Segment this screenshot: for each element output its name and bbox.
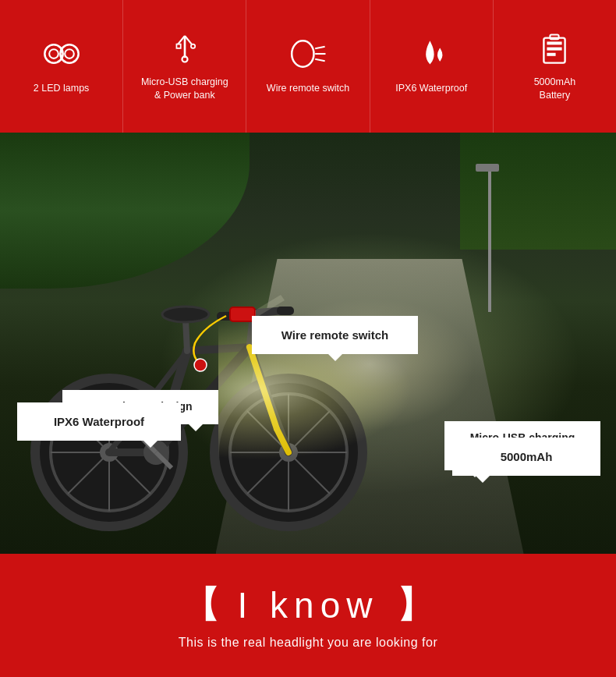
- led-icon: [42, 37, 81, 76]
- svg-rect-17: [547, 47, 562, 50]
- svg-line-6: [185, 36, 192, 44]
- annotation-battery: 5000mAh: [452, 438, 600, 476]
- street-lamp-head: [476, 164, 499, 172]
- main-section: Wire remote switch 2 LED lamps design Mi…: [0, 133, 616, 554]
- svg-line-5: [178, 36, 185, 44]
- svg-line-46: [186, 320, 187, 351]
- right-bracket: 】: [397, 581, 433, 629]
- feature-label-led: 2 LED lamps: [34, 82, 90, 96]
- feature-bar: 2 LED lamps Micro-USB charging& Power ba…: [0, 0, 616, 133]
- annotation-ipx6: IPX6 Waterproof: [17, 402, 181, 441]
- svg-line-34: [187, 347, 250, 351]
- feature-item-led: 2 LED lamps: [0, 0, 123, 133]
- svg-rect-45: [277, 307, 294, 315]
- svg-rect-18: [547, 52, 556, 55]
- banner-title-row: 【 I know 】: [183, 581, 434, 629]
- svg-point-8: [191, 44, 195, 48]
- annotation-wire-remote: Wire remote switch: [252, 316, 418, 354]
- svg-line-13: [315, 59, 325, 62]
- usb-icon: [165, 30, 204, 69]
- bottom-banner: 【 I know 】 This is the real headlight yo…: [0, 554, 616, 677]
- feature-item-waterproof: IPX6 Waterproof: [370, 0, 494, 133]
- svg-point-10: [292, 41, 313, 67]
- switch-icon: [289, 37, 327, 76]
- battery-icon: [535, 30, 574, 69]
- feature-label-usb: Micro-USB charging& Power bank: [141, 76, 228, 103]
- feature-item-switch: Wire remote switch: [246, 0, 370, 133]
- svg-point-49: [194, 359, 207, 371]
- banner-main-title: I know: [238, 584, 379, 626]
- svg-line-11: [315, 47, 325, 49]
- feature-label-waterproof: IPX6 Waterproof: [395, 82, 467, 96]
- svg-point-47: [162, 307, 209, 322]
- svg-rect-16: [547, 41, 562, 44]
- waterproof-icon: [412, 37, 451, 76]
- feature-label-switch: Wire remote switch: [267, 82, 349, 96]
- banner-subtitle: This is the real headlight you are looki…: [179, 636, 438, 650]
- left-bracket: 【: [183, 581, 219, 629]
- svg-rect-7: [176, 44, 180, 48]
- greenery-right: [460, 133, 616, 250]
- feature-item-battery: 5000mAhBattery: [494, 0, 616, 133]
- feature-label-battery: 5000mAhBattery: [534, 76, 576, 103]
- svg-point-1: [49, 49, 58, 58]
- street-lamp-pole: [488, 172, 491, 312]
- bike-illustration: [0, 226, 405, 538]
- feature-item-usb: Micro-USB charging& Power bank: [123, 0, 246, 133]
- svg-point-3: [65, 49, 74, 58]
- svg-point-9: [182, 56, 187, 62]
